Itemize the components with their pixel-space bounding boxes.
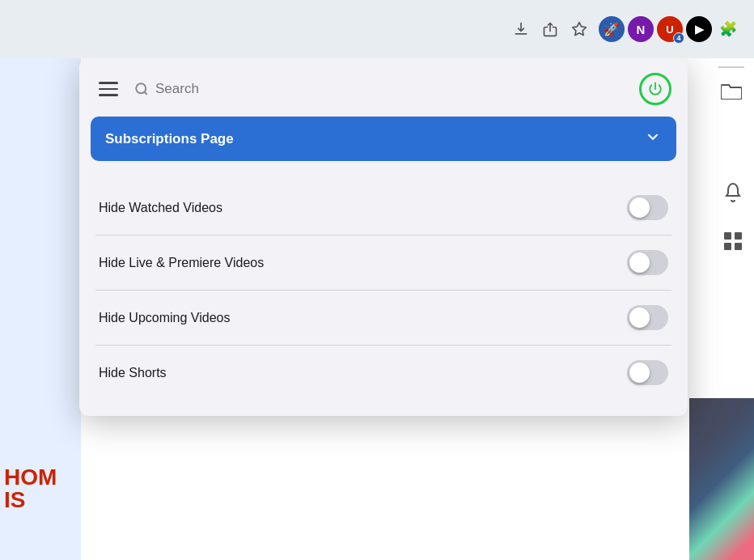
- popup-panel: Subscriptions Page Hide Watched Videos H…: [79, 58, 688, 416]
- svg-point-5: [136, 83, 146, 93]
- bookmark-icon[interactable]: [566, 16, 592, 42]
- hamburger-menu-button[interactable]: [95, 78, 121, 100]
- hide-watched-toggle[interactable]: [627, 195, 668, 220]
- puzzle-ext-icon[interactable]: 🧩: [715, 16, 741, 42]
- search-input[interactable]: [155, 81, 626, 97]
- search-icon: [134, 82, 149, 96]
- svg-rect-3: [724, 243, 731, 250]
- hide-upcoming-label: Hide Upcoming Videos: [99, 311, 230, 325]
- onenote-ext-icon[interactable]: N: [628, 16, 654, 42]
- hamburger-line-3: [99, 94, 118, 96]
- side-icons: [720, 180, 746, 254]
- youtube-ext-icon[interactable]: ▶: [686, 16, 712, 42]
- power-button[interactable]: [639, 73, 671, 105]
- hide-shorts-toggle[interactable]: [627, 360, 668, 385]
- hide-watched-label: Hide Watched Videos: [99, 201, 222, 215]
- svg-line-6: [144, 91, 146, 94]
- page-content: HOM IS: [0, 58, 754, 560]
- share-icon[interactable]: [537, 16, 563, 42]
- hide-live-label: Hide Live & Premiere Videos: [99, 256, 264, 270]
- power-icon: [648, 82, 663, 96]
- hamburger-line-2: [99, 88, 118, 91]
- ublacklist-badge: 4: [673, 32, 684, 44]
- bell-icon[interactable]: [720, 180, 746, 206]
- hide-watched-row: Hide Watched Videos: [95, 180, 671, 235]
- bg-image-right: [689, 398, 754, 560]
- hide-live-row: Hide Live & Premiere Videos: [95, 235, 671, 291]
- hamburger-line-1: [99, 82, 118, 84]
- popup-header: [79, 58, 688, 117]
- svg-rect-1: [724, 232, 731, 240]
- hide-upcoming-row: Hide Upcoming Videos: [95, 291, 671, 346]
- page-selector-label: Subscriptions Page: [105, 131, 234, 147]
- hide-live-toggle[interactable]: [627, 250, 668, 275]
- grid-icon[interactable]: [720, 228, 746, 254]
- right-panel: [718, 66, 744, 104]
- ublacklist-ext-icon[interactable]: U 4: [657, 16, 683, 42]
- search-box: [134, 76, 626, 102]
- svg-rect-2: [735, 232, 742, 240]
- browser-toolbar: 🚀 N U 4 ▶ 🧩: [0, 0, 754, 58]
- chevron-down-icon: [644, 128, 662, 150]
- folder-icon[interactable]: [718, 78, 744, 104]
- hide-shorts-row: Hide Shorts: [95, 346, 671, 400]
- browser-actions: [508, 16, 592, 42]
- svg-rect-4: [735, 243, 742, 250]
- rocket-ext-icon[interactable]: 🚀: [599, 16, 625, 42]
- download-icon[interactable]: [508, 16, 534, 42]
- hide-upcoming-toggle[interactable]: [627, 305, 668, 330]
- hide-shorts-label: Hide Shorts: [99, 366, 167, 380]
- extension-icons: 🚀 N U 4 ▶ 🧩: [599, 16, 741, 42]
- bg-text-left: HOM IS: [4, 466, 57, 511]
- settings-list: Hide Watched Videos Hide Live & Premiere…: [79, 172, 688, 416]
- svg-marker-0: [573, 23, 587, 36]
- page-selector-dropdown[interactable]: Subscriptions Page: [91, 117, 676, 161]
